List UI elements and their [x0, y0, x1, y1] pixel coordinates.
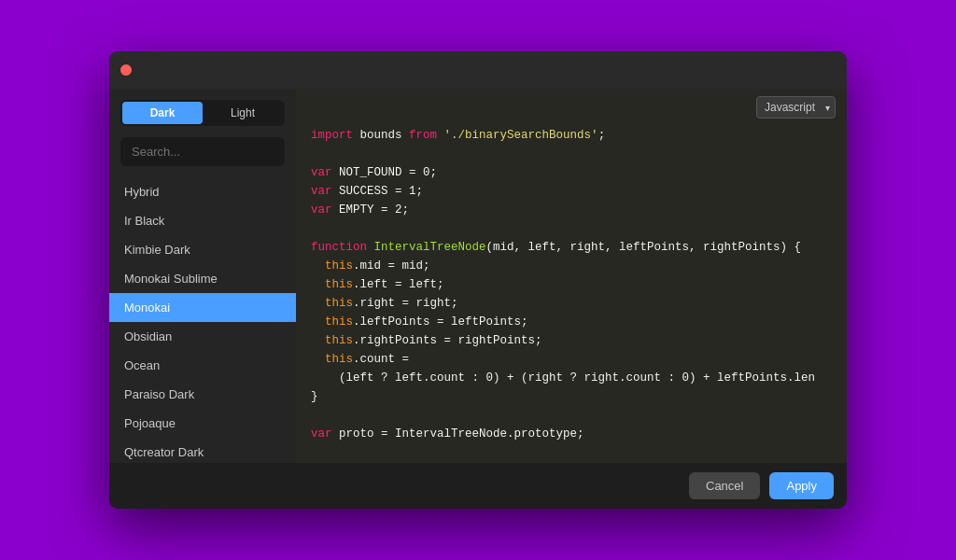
theme-list: HybridIr BlackKimbie DarkMonokai Sublime… — [109, 177, 296, 463]
theme-item[interactable]: Kimbie Dark — [109, 235, 296, 264]
theme-item[interactable]: Hybrid — [109, 177, 296, 206]
theme-toggle: Dark Light — [120, 100, 285, 126]
theme-item[interactable]: Ocean — [109, 351, 296, 380]
light-toggle[interactable]: Light — [203, 102, 283, 124]
theme-item[interactable]: Paraiso Dark — [109, 380, 296, 409]
sidebar: Dark Light HybridIr BlackKimbie DarkMono… — [109, 89, 296, 463]
language-selector-wrap: JavascriptPythonRubyCSSHTML — [756, 96, 836, 119]
theme-dialog: Dark Light HybridIr BlackKimbie DarkMono… — [109, 51, 847, 509]
theme-item[interactable]: Monokai Sublime — [109, 264, 296, 293]
theme-item[interactable]: Monokai — [109, 293, 296, 322]
search-input[interactable] — [120, 137, 285, 166]
search-box — [120, 137, 285, 166]
language-select[interactable]: JavascriptPythonRubyCSSHTML — [756, 96, 836, 119]
cancel-button[interactable]: Cancel — [689, 472, 760, 499]
theme-item[interactable]: Qtcreator Dark — [109, 438, 296, 463]
theme-item[interactable]: Pojoaque — [109, 409, 296, 438]
dialog-body: Dark Light HybridIr BlackKimbie DarkMono… — [109, 89, 847, 463]
titlebar — [109, 51, 847, 89]
dark-toggle[interactable]: Dark — [122, 102, 203, 124]
apply-button[interactable]: Apply — [769, 472, 834, 499]
code-area: JavascriptPythonRubyCSSHTML import bound… — [296, 89, 847, 463]
theme-item[interactable]: Ir Black — [109, 206, 296, 235]
code-header: JavascriptPythonRubyCSSHTML — [296, 89, 847, 126]
footer: Cancel Apply — [109, 463, 847, 509]
close-button[interactable] — [120, 64, 132, 76]
theme-item[interactable]: Obsidian — [109, 322, 296, 351]
code-content: import bounds from './binarySearchBounds… — [296, 126, 847, 463]
